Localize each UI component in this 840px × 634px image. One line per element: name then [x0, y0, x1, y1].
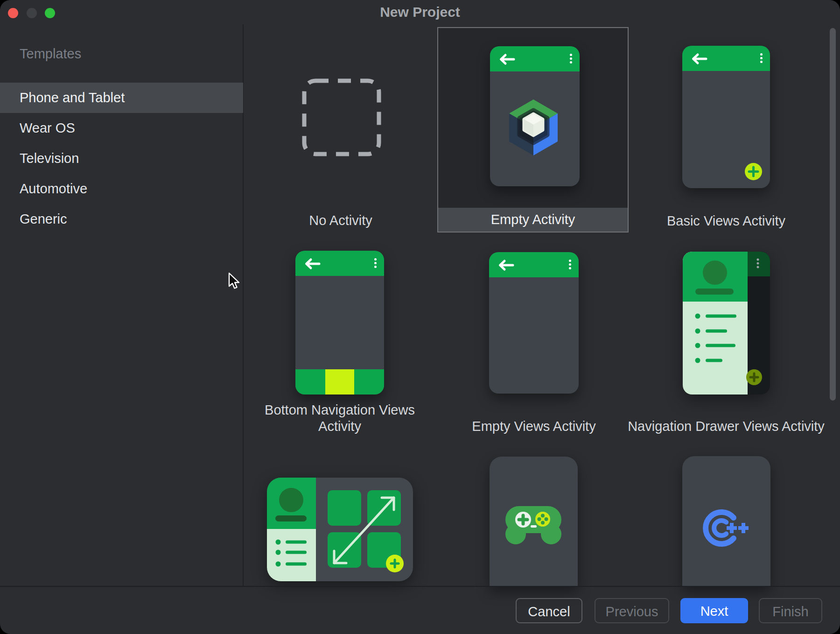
footer-separator: [0, 586, 840, 587]
toolbar: [490, 46, 580, 71]
new-project-dialog: New Project Templates Phone and Tablet W…: [0, 0, 840, 634]
no-activity-dashed-frame-icon: [300, 76, 384, 159]
sidebar-item-wear-os[interactable]: Wear OS: [0, 113, 243, 143]
template-label: No Activity: [247, 212, 434, 229]
kebab-menu-icon: [374, 257, 377, 269]
kebab-menu-icon: [570, 52, 572, 65]
cpp-logo-icon: [702, 508, 758, 548]
next-button[interactable]: Next: [680, 598, 748, 623]
template-label: Navigation Drawer Views Activity: [619, 418, 833, 435]
sidebar-item-television[interactable]: Television: [0, 143, 243, 174]
kebab-menu-icon: [569, 258, 571, 271]
previous-button[interactable]: Previous: [595, 598, 669, 623]
back-arrow-icon: [497, 259, 514, 271]
sidebar-item-phone-and-tablet[interactable]: Phone and Tablet: [0, 83, 243, 113]
phone-mockup: [682, 456, 770, 586]
back-arrow-icon: [304, 258, 321, 270]
template-label: Bottom Navigation Views Activity: [260, 402, 419, 435]
phone-mockup: [490, 457, 578, 586]
template-label: Empty Views Activity: [436, 418, 632, 435]
finish-button[interactable]: Finish: [759, 598, 822, 623]
phone-mockup-navigation-drawer-icon: [683, 252, 770, 394]
template-card-empty-activity[interactable]: Empty Activity: [437, 27, 629, 232]
template-label: Basic Views Activity: [628, 213, 824, 229]
phone-mockup: [295, 251, 384, 394]
phone-mockup: [489, 252, 579, 394]
cancel-button[interactable]: Cancel: [516, 598, 582, 623]
phone-mockup: [682, 46, 770, 188]
sidebar-item-generic[interactable]: Generic: [0, 204, 243, 234]
game-controller-icon: [504, 503, 562, 546]
sidebar-item-automotive[interactable]: Automotive: [0, 174, 243, 204]
vertical-scrollbar-thumb[interactable]: [830, 28, 836, 401]
phone-mockup: [490, 46, 580, 186]
fab-add-icon: [745, 163, 762, 180]
toolbar: [489, 252, 579, 277]
mouse-cursor-icon: [228, 272, 240, 290]
kebab-menu-icon: [760, 52, 763, 64]
template-label: Empty Activity: [438, 208, 628, 232]
dialog-title: New Project: [0, 4, 840, 20]
tablet-primary-detail-icon: [267, 478, 413, 581]
jetpack-compose-logo-icon: [506, 98, 560, 157]
back-arrow-icon: [498, 53, 515, 65]
toolbar: [295, 251, 384, 276]
back-arrow-icon: [691, 53, 707, 65]
bottom-nav-selected-tab: [325, 369, 354, 394]
toolbar: [682, 46, 770, 71]
templates-section-header: Templates: [20, 39, 81, 69]
